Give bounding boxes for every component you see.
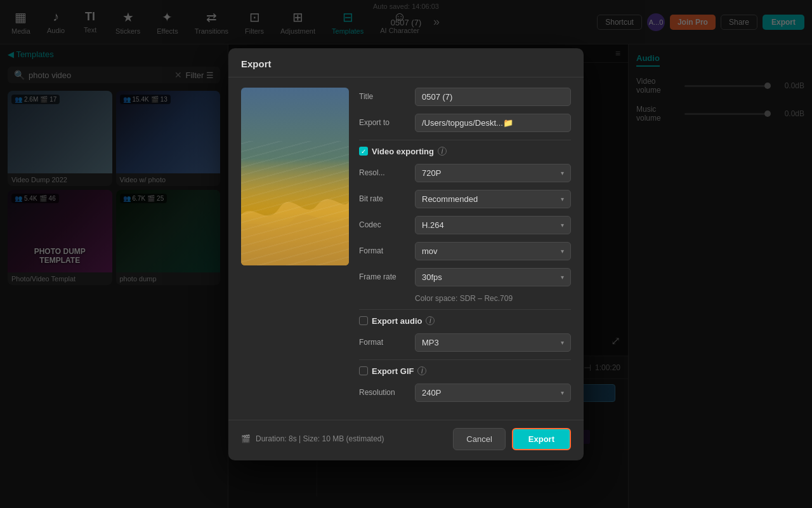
title-input[interactable]: [415, 88, 571, 106]
gif-resolution-row: Resolution 240P ▾: [359, 384, 571, 402]
cancel-button[interactable]: Cancel: [453, 428, 505, 450]
frame-rate-value: 30fps: [422, 272, 442, 282]
codec-value: H.264: [422, 220, 444, 230]
divider-3: [359, 359, 571, 360]
gif-resolution-label: Resolution: [359, 388, 410, 397]
gif-resolution-value: 240P: [422, 388, 441, 398]
export-to-label: Export to: [359, 118, 410, 127]
divider-2: [359, 309, 571, 310]
audio-section-toggle[interactable]: Export audio i: [359, 316, 571, 326]
bit-rate-row: Bit rate Recommended ▾: [359, 190, 571, 208]
export-to-row: Export to /Users/topgus/Deskt... 📁: [359, 114, 571, 132]
audio-section-label: Export audio: [372, 316, 422, 326]
export-to-value: /Users/topgus/Deskt...: [422, 118, 503, 128]
resolution-row: Resol... 720P ▾: [359, 164, 571, 182]
video-section-label: Video exporting: [372, 147, 434, 156]
codec-caret: ▾: [561, 222, 564, 229]
dialog-footer: 🎬 Duration: 8s | Size: 10 MB (estimated)…: [228, 420, 584, 460]
audio-format-dropdown[interactable]: MP3 ▾: [415, 333, 571, 352]
folder-icon[interactable]: 📁: [503, 118, 564, 128]
export-button[interactable]: Export: [512, 428, 571, 450]
gif-resolution-dropdown[interactable]: 240P ▾: [415, 384, 571, 402]
frame-rate-row: Frame rate 30fps ▾: [359, 268, 571, 286]
title-row: Title: [359, 88, 571, 106]
resolution-label: Resol...: [359, 168, 410, 177]
dialog-title: Export: [228, 48, 584, 77]
gif-resolution-caret: ▾: [561, 389, 564, 396]
format-label: Format: [359, 246, 410, 255]
frame-rate-dropdown[interactable]: 30fps ▾: [415, 268, 571, 286]
audio-info-icon[interactable]: i: [426, 316, 435, 325]
dialog-preview: [241, 88, 349, 410]
footer-info-text: Duration: 8s | Size: 10 MB (estimated): [256, 434, 384, 443]
divider-1: [359, 140, 571, 140]
codec-label: Codec: [359, 220, 410, 229]
footer-actions: Cancel Export: [453, 428, 571, 450]
audio-format-value: MP3: [422, 338, 439, 347]
format-caret: ▾: [561, 248, 564, 255]
gif-section-label: Export GIF: [372, 366, 414, 376]
footer-info: 🎬 Duration: 8s | Size: 10 MB (estimated): [241, 434, 384, 443]
color-space-row: Color space: SDR – Rec.709: [359, 294, 571, 303]
dialog-body: Title Export to /Users/topgus/Deskt... 📁…: [228, 77, 584, 420]
title-label: Title: [359, 92, 410, 101]
bit-rate-dropdown[interactable]: Recommended ▾: [415, 190, 571, 208]
export-dialog: Export Title: [228, 48, 584, 460]
wave-svg: [241, 177, 349, 265]
resolution-value: 720P: [422, 168, 441, 178]
format-row: Format mov ▾: [359, 242, 571, 260]
audio-format-caret: ▾: [561, 339, 564, 346]
resolution-caret: ▾: [561, 170, 564, 177]
format-value: mov: [422, 246, 438, 256]
gif-checkbox[interactable]: [359, 366, 368, 375]
audio-checkbox[interactable]: [359, 316, 368, 325]
format-dropdown[interactable]: mov ▾: [415, 242, 571, 260]
preview-image: [241, 88, 349, 265]
audio-format-label: Format: [359, 338, 410, 347]
gif-section-toggle[interactable]: Export GIF i: [359, 366, 571, 376]
codec-dropdown[interactable]: H.264 ▾: [415, 216, 571, 234]
resolution-dropdown[interactable]: 720P ▾: [415, 164, 571, 182]
audio-format-row: Format MP3 ▾: [359, 333, 571, 352]
export-to-field[interactable]: /Users/topgus/Deskt... 📁: [415, 114, 571, 132]
codec-row: Codec H.264 ▾: [359, 216, 571, 234]
video-file-icon: 🎬: [241, 434, 251, 443]
frame-rate-caret: ▾: [561, 274, 564, 281]
video-section-toggle[interactable]: ✓ Video exporting i: [359, 147, 571, 156]
bit-rate-caret: ▾: [561, 196, 564, 203]
frame-rate-label: Frame rate: [359, 272, 410, 281]
bit-rate-value: Recommended: [422, 194, 478, 204]
bit-rate-label: Bit rate: [359, 194, 410, 203]
dialog-overlay: Export Title: [0, 0, 812, 508]
gif-info-icon[interactable]: i: [417, 366, 426, 375]
video-checkbox[interactable]: ✓: [359, 147, 368, 156]
dialog-settings: Title Export to /Users/topgus/Deskt... 📁…: [359, 88, 571, 410]
video-info-icon[interactable]: i: [438, 147, 447, 156]
color-space-label: Color space: SDR – Rec.709: [415, 294, 513, 303]
